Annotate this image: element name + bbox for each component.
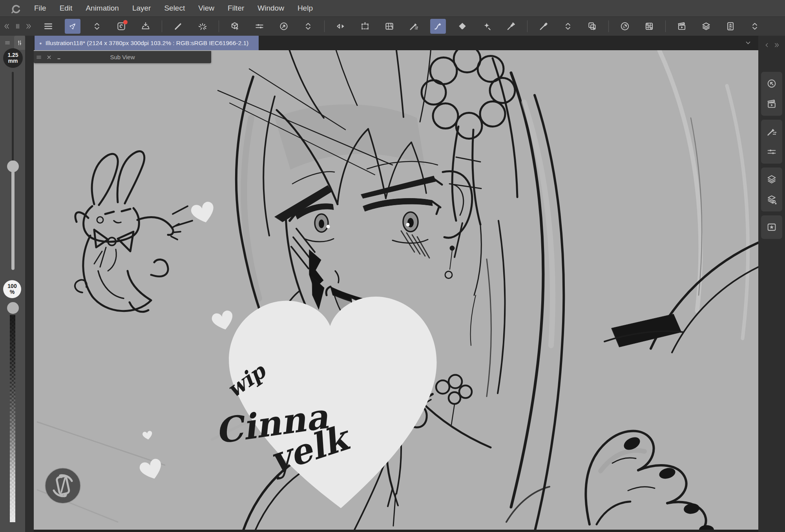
tool-property-sliders-button[interactable] xyxy=(252,19,267,34)
menu-filter[interactable]: Filter xyxy=(221,0,251,16)
object-3d-button[interactable] xyxy=(227,19,243,34)
opacity-slider-track[interactable] xyxy=(10,315,15,522)
toolbar-separator xyxy=(665,20,666,32)
grip-vertical-icon[interactable] xyxy=(13,19,23,34)
chevron-down-icon[interactable] xyxy=(744,39,752,47)
minimize-icon[interactable] xyxy=(54,51,64,63)
rotate-view-button[interactable] xyxy=(276,19,292,34)
clip-studio-paint-window: FileEditAnimationLayerSelectViewFilterWi… xyxy=(0,0,785,532)
panel-tab-material[interactable] xyxy=(761,217,782,237)
command-toolbar xyxy=(0,17,785,36)
canvas-area[interactable]: ● Illustration118* (2124 x 3780px 300dpi… xyxy=(34,36,758,532)
menu-view[interactable]: View xyxy=(192,0,221,16)
airbrush-spray-button[interactable] xyxy=(195,19,210,34)
canvas-bottom-edge xyxy=(34,530,758,532)
gradient-button[interactable] xyxy=(617,19,633,34)
document-title: Illustration118* (2124 x 3780px 300dpi 1… xyxy=(46,40,249,47)
panel-group xyxy=(761,215,782,239)
panel-tab-sub-tool[interactable] xyxy=(761,121,782,142)
brush-size-slider-knob[interactable] xyxy=(7,160,19,172)
chevrons-right-icon[interactable] xyxy=(772,38,781,53)
panel-tab-timeline[interactable] xyxy=(761,94,782,114)
panel-group xyxy=(761,72,782,116)
illustration-artwork: wip Cinna yelk xyxy=(34,36,758,532)
notification-badge xyxy=(123,20,128,24)
toolbar-separator xyxy=(324,20,325,32)
document-tab[interactable]: ● Illustration118* (2124 x 3780px 300dpi… xyxy=(35,36,259,50)
menu-help[interactable]: Help xyxy=(291,0,319,16)
animation-clapper-button[interactable] xyxy=(674,19,690,34)
vector-eraser-button[interactable] xyxy=(536,19,551,34)
menu-layer[interactable]: Layer xyxy=(126,0,158,16)
rotate-canvas-button[interactable] xyxy=(44,467,82,505)
eraser-button[interactable] xyxy=(455,19,470,34)
menu-animation[interactable]: Animation xyxy=(79,0,126,16)
clip-studio-app-button[interactable] xyxy=(113,19,129,34)
chevron-left-icon[interactable] xyxy=(762,38,772,53)
mesh-transform-button[interactable] xyxy=(382,19,397,34)
chevrons-left-icon[interactable] xyxy=(2,19,12,34)
panel-menu-icon[interactable] xyxy=(34,51,44,63)
unsaved-dot-icon: ● xyxy=(39,41,42,46)
pen-button[interactable] xyxy=(170,19,186,34)
toolbar-separator xyxy=(162,20,162,32)
flip-horizontal-button[interactable] xyxy=(333,19,349,34)
chevrons-right-icon[interactable] xyxy=(24,19,34,34)
opacity-indicator: 100 % xyxy=(3,280,21,298)
chevron-updown-button[interactable] xyxy=(560,19,576,34)
menu-select[interactable]: Select xyxy=(157,0,192,16)
decoration-sparkle-button[interactable] xyxy=(479,19,495,34)
clip-studio-logo-icon xyxy=(9,2,22,15)
eyedropper-button[interactable] xyxy=(503,19,519,34)
panel-gutter xyxy=(25,36,34,532)
panel-menu-icon[interactable] xyxy=(2,37,13,49)
subview-panel-header[interactable]: Sub View xyxy=(34,51,211,63)
panel-tab-tool-property[interactable] xyxy=(761,142,782,162)
vector-pen-button[interactable] xyxy=(406,19,422,34)
save-download-button[interactable] xyxy=(138,19,153,34)
menu-bar: FileEditAnimationLayerSelectViewFilterWi… xyxy=(0,0,785,17)
menu-edit[interactable]: Edit xyxy=(53,0,79,16)
tab-brush-settings[interactable] xyxy=(14,36,25,50)
chevron-updown-button[interactable] xyxy=(89,19,105,34)
close-icon[interactable] xyxy=(44,51,54,63)
brush-size-indicator: 1.25 mm xyxy=(3,48,23,68)
layer-stack-button[interactable] xyxy=(698,19,714,34)
toolbar-separator xyxy=(219,20,219,32)
chevron-updown-button[interactable] xyxy=(300,19,316,34)
toolbar-separator xyxy=(527,20,528,32)
panel-group xyxy=(761,120,782,164)
toolbar-separator xyxy=(608,20,609,32)
brush-size-slider-fill[interactable] xyxy=(11,166,15,270)
curve-pen-button[interactable] xyxy=(430,19,446,34)
opacity-slider-knob[interactable] xyxy=(7,302,19,314)
layer-select-button[interactable] xyxy=(584,19,600,34)
panel-tab-navigator[interactable] xyxy=(761,73,782,94)
panel-tab-layer[interactable] xyxy=(761,169,782,189)
panel-group xyxy=(761,168,782,211)
brush-size-panel: 1.25 mm 100 % xyxy=(0,36,25,532)
tone-correction-button[interactable] xyxy=(723,19,738,34)
panel-tab-layer-search[interactable] xyxy=(761,189,782,210)
launch-clip-studio-button[interactable] xyxy=(65,19,80,34)
transform-button[interactable] xyxy=(357,19,373,34)
right-panel-strip xyxy=(758,36,785,532)
menu-file[interactable]: File xyxy=(27,0,53,16)
menu-window[interactable]: Window xyxy=(251,0,291,16)
color-palette-button[interactable] xyxy=(641,19,657,34)
document-tab-bar: ● Illustration118* (2124 x 3780px 300dpi… xyxy=(34,36,758,50)
chevron-updown-button[interactable] xyxy=(747,19,763,34)
main-menu-button[interactable] xyxy=(40,19,56,34)
brush-size-slider-track[interactable] xyxy=(12,72,14,166)
